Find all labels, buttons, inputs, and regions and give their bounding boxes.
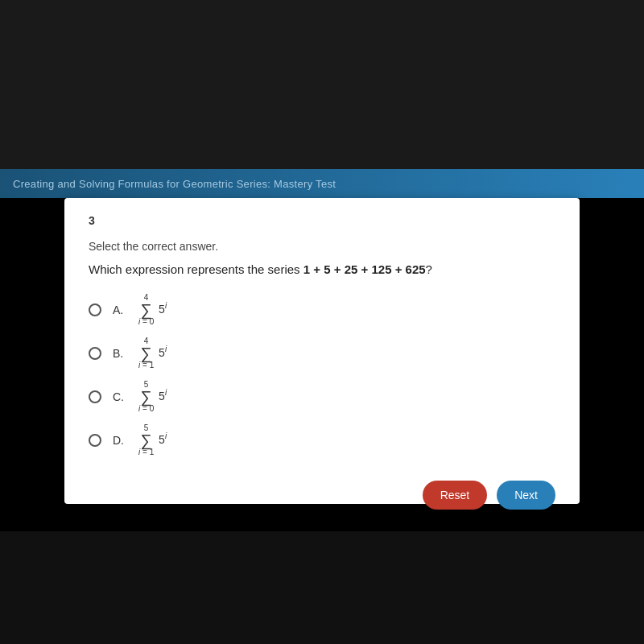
- radio-c[interactable]: [89, 390, 101, 403]
- radio-b[interactable]: [89, 347, 101, 360]
- option-a-expr: 4 ∑ i = 0 5i: [137, 294, 167, 326]
- option-b-label: B.: [113, 347, 129, 360]
- top-dark-area: [0, 0, 644, 177]
- next-button[interactable]: Next: [497, 481, 555, 510]
- bottom-dark-area: [0, 531, 644, 644]
- option-d[interactable]: D. 5 ∑ i = 1 5i: [89, 424, 555, 456]
- options-list: A. 4 ∑ i = 0 5i B. 4 ∑ i = 1 5i: [89, 294, 555, 456]
- sigma-c: 5 ∑ i = 0: [138, 381, 154, 413]
- sigma-a: 4 ∑ i = 0: [138, 294, 154, 326]
- sigma-b: 4 ∑ i = 1: [138, 337, 154, 369]
- question-card: 3 Select the correct answer. Which expre…: [64, 198, 580, 504]
- option-c-label: C.: [113, 390, 129, 403]
- option-d-label: D.: [113, 434, 129, 447]
- reset-button[interactable]: Reset: [423, 481, 488, 510]
- option-a-label: A.: [113, 303, 129, 316]
- option-c[interactable]: C. 5 ∑ i = 0 5i: [89, 381, 555, 413]
- header-bar: Creating and Solving Formulas for Geomet…: [0, 169, 644, 198]
- option-a[interactable]: A. 4 ∑ i = 0 5i: [89, 294, 555, 326]
- radio-a[interactable]: [89, 303, 101, 316]
- question-number: 3: [89, 214, 555, 227]
- sigma-d: 5 ∑ i = 1: [138, 424, 154, 456]
- option-d-expr: 5 ∑ i = 1 5i: [137, 424, 167, 456]
- header-title: Creating and Solving Formulas for Geomet…: [13, 178, 336, 190]
- question-text: Which expression represents the series 1…: [89, 262, 555, 276]
- instruction-text: Select the correct answer.: [89, 240, 555, 253]
- option-b-expr: 4 ∑ i = 1 5i: [137, 337, 167, 369]
- radio-d[interactable]: [89, 434, 101, 447]
- option-b[interactable]: B. 4 ∑ i = 1 5i: [89, 337, 555, 369]
- option-c-expr: 5 ∑ i = 0 5i: [137, 381, 167, 413]
- buttons-row: Reset Next: [89, 481, 555, 510]
